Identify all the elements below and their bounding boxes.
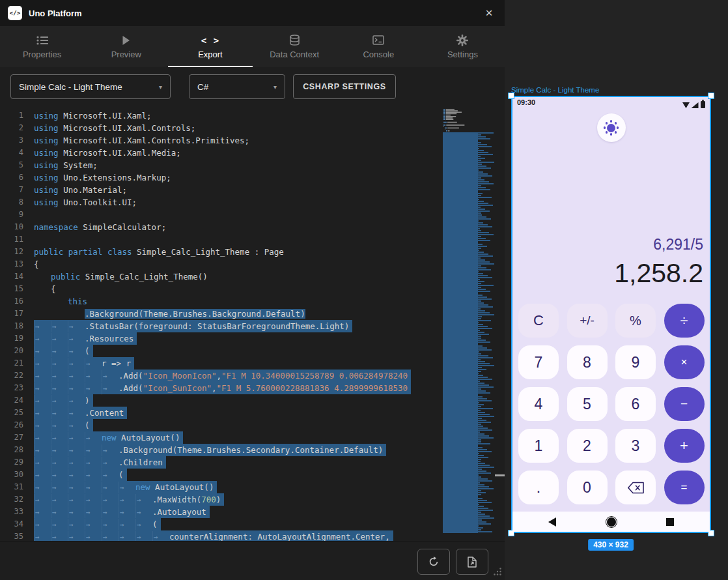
key-decimal[interactable]: . [518,471,559,504]
key-subtract[interactable]: − [664,387,705,421]
selection-handle-top-left[interactable] [508,93,514,99]
key-percent[interactable]: % [615,304,656,338]
refresh-button[interactable] [417,549,450,575]
line-number: 29 [0,456,34,469]
key-add[interactable]: + [664,429,705,463]
battery-icon [701,101,705,108]
line-number: 33 [0,506,34,518]
tab-settings[interactable]: Settings [421,26,505,67]
code-line: 20→→→( [0,345,440,357]
line-number: 27 [0,431,34,444]
chevron-down-icon: ▾ [159,83,162,91]
device-size-badge: 430 × 932 [588,539,634,551]
key-zero[interactable]: 0 [567,471,608,504]
code-line: 30→→→→→( [0,469,440,481]
close-icon[interactable]: × [481,5,497,21]
line-number: 12 [0,246,34,258]
code-line: 27→→→→new AutoLayout() [0,431,440,444]
code-line: 32→→→→→→→.MaxWidth(700) [0,493,440,506]
key-seven[interactable]: 7 [518,345,559,379]
minimap[interactable] [443,106,495,541]
key-equals[interactable]: = [664,471,705,504]
line-number: 17 [0,308,34,320]
code-line: 35→→→→→→→→counterAlignment: AutoLayoutAl… [0,530,440,541]
line-number: 11 [0,233,34,246]
key-one[interactable]: 1 [518,429,559,463]
export-file-button[interactable] [456,549,488,575]
code-editor[interactable]: 1using Microsoft.UI.Xaml;2using Microsof… [0,106,505,541]
key-clear[interactable]: C [518,304,559,338]
line-number: 4 [0,147,34,159]
code-line: 1using Microsoft.UI.Xaml; [0,109,440,122]
key-four[interactable]: 4 [518,387,559,421]
nav-back-icon[interactable] [548,517,556,527]
refresh-icon [428,557,439,567]
theme-toggle-button[interactable] [597,113,626,142]
designer-window: </> Uno Platform × PropertiesPreview< >E… [0,0,505,580]
nav-home-icon[interactable] [607,517,616,527]
code-line: 14public Simple_Calc_Light_Theme() [0,270,440,283]
nav-recents-icon[interactable] [666,518,674,526]
key-multiply[interactable]: × [664,345,705,379]
panel-resize-grip[interactable] [493,567,502,579]
line-number: 3 [0,134,34,147]
line-number: 25 [0,407,34,419]
settings-icon [456,35,468,46]
calculator-result: 1,258.2 [614,257,703,289]
key-two[interactable]: 2 [567,429,608,463]
code-line: 28→→→→→.Background(Theme.Brushes.Seconda… [0,444,440,456]
key-five[interactable]: 5 [567,387,608,421]
code-line: 7using Uno.Material; [0,184,440,196]
line-number: 5 [0,159,34,171]
line-number: 16 [0,295,34,308]
code-line: 16this [0,295,440,308]
tab-label: Settings [447,50,478,59]
code-line: 15{ [0,283,440,295]
tab-console[interactable]: Console [337,26,421,67]
code-line: 5using System; [0,159,440,171]
code-lines: 1using Microsoft.UI.Xaml;2using Microsof… [0,109,440,541]
scrollbar-thumb[interactable] [495,474,505,476]
status-bar-icons [682,101,705,108]
tab-label: Data Context [270,50,319,59]
code-line: 24→→→) [0,394,440,407]
code-line: 23→→→→→.Add("Icon_SunIcon","F1 M 5.76000… [0,382,440,394]
line-number: 24 [0,394,34,407]
key-divide[interactable]: ÷ [664,304,705,338]
language-select[interactable]: C# ▾ [189,74,285,99]
phone-preview[interactable]: 09:30 6,291/5 1,258.2 C+/-%÷789×456−123+… [511,96,711,533]
wifi-icon [682,102,690,108]
line-number: 35 [0,530,34,541]
selection-handle-top-right[interactable] [708,93,714,99]
code-line: 9 [0,209,440,221]
code-line: 34→→→→→→→( [0,518,440,530]
key-plus-minus[interactable]: +/- [567,304,608,338]
properties-icon [36,35,48,46]
calculator-display: 6,291/5 1,258.2 [614,235,703,289]
device-label[interactable]: Simple Calc - Light Theme [511,86,599,94]
tab-label: Console [363,50,394,59]
status-bar-time: 09:30 [517,98,535,106]
key-three[interactable]: 3 [615,429,656,463]
tab-export[interactable]: < >Export [168,26,252,67]
tab-bar: PropertiesPreview< >ExportData ContextCo… [0,26,505,67]
console-icon [372,35,384,46]
tab-data-context[interactable]: Data Context [253,26,337,67]
key-nine[interactable]: 9 [615,345,656,379]
cellular-signal-icon [692,102,699,108]
key-six[interactable]: 6 [615,387,656,421]
code-line: 21→→→→r => r [0,357,440,370]
key-backspace[interactable] [615,471,656,504]
line-number: 7 [0,184,34,196]
code-line: 18→→→.StatusBar(foreground: StatusBarFor… [0,320,440,332]
csharp-settings-button[interactable]: CSHARP SETTINGS [293,74,396,99]
tab-properties[interactable]: Properties [0,26,84,67]
component-select[interactable]: Simple Calc - Light Theme ▾ [10,74,171,99]
canvas-area: Simple Calc - Light Theme 09:30 6,291/5 … [505,0,728,580]
key-eight[interactable]: 8 [567,345,608,379]
tab-preview[interactable]: Preview [84,26,168,67]
export-toolbar: Simple Calc - Light Theme ▾ C# ▾ CSHARP … [0,67,505,106]
android-nav-bar [512,512,710,532]
line-number: 6 [0,171,34,184]
preview-icon [122,35,130,46]
